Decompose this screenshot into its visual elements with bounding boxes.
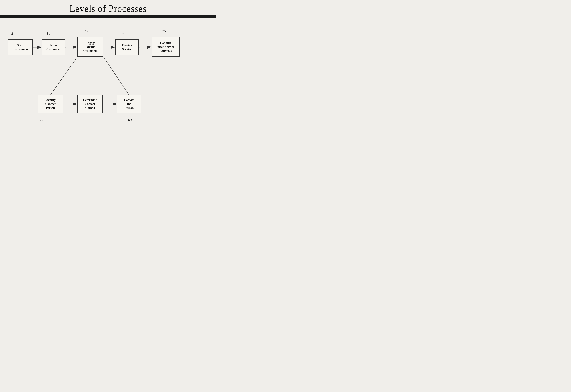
scan-box: Scan Environment (8, 39, 33, 56)
num-40: 40 (128, 117, 132, 122)
engage-box: Engage Potential Customers (77, 37, 103, 57)
target-box: Target Customers (42, 39, 65, 56)
arrows-svg (0, 18, 216, 143)
svg-line-3 (103, 47, 115, 47)
diagram-area: Scan Environment 5 Target Customers 10 E… (0, 18, 216, 143)
svg-line-4 (139, 47, 151, 47)
num-10: 10 (46, 31, 50, 36)
num-25: 25 (162, 29, 166, 33)
determine-box: Determine Contact Method (77, 95, 102, 113)
num-5: 5 (11, 31, 13, 36)
num-30: 30 (41, 117, 44, 122)
svg-line-6 (103, 57, 129, 95)
page-title: Levels of Processes (0, 0, 216, 15)
thick-bar (0, 15, 216, 18)
svg-line-5 (50, 57, 77, 95)
identify-box: Identify Contact Person (38, 95, 63, 113)
conduct-box: Conduct After-Service Activiites (152, 37, 180, 57)
contact-box: Contact the Person (117, 95, 141, 113)
num-35: 35 (85, 117, 88, 122)
num-20: 20 (121, 31, 126, 35)
provide-box: Provide Service (115, 39, 139, 56)
svg-line-2 (65, 47, 77, 47)
num-15: 15 (84, 29, 88, 33)
